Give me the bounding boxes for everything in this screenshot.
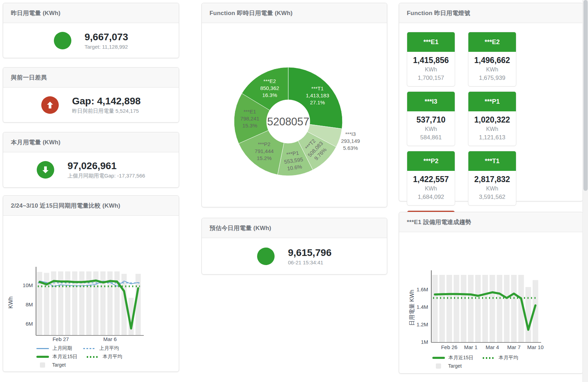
svg-text:6M: 6M	[26, 321, 33, 327]
legend-row: 本月近15日本月平均	[36, 354, 125, 360]
svg-text:1.4M: 1.4M	[417, 304, 428, 310]
arrow-up-circle-icon	[41, 96, 59, 114]
legend-row: Target	[36, 362, 125, 368]
legend-row: 本月近15日本月平均	[432, 355, 520, 361]
stat-subtext: 06-21 15:34:41	[288, 259, 332, 265]
legend-item[interactable]: 本月近15日	[36, 354, 78, 360]
legend-swatch-icon	[36, 348, 49, 349]
status-circle-icon	[257, 248, 275, 265]
legend-item[interactable]: 本月平均	[483, 355, 520, 361]
legend-swatch-icon	[432, 357, 445, 359]
legend-item[interactable]: Target	[36, 362, 74, 368]
svg-text:***P2: ***P2	[258, 141, 270, 147]
tile-value: 1,415,856	[407, 56, 455, 65]
device-tile[interactable]: ***E11,415,856KWh1,700,157	[407, 32, 455, 86]
tile-target-value: 1,675,939	[468, 75, 516, 82]
e1-trend-chart-card: ***E1 設備用電達成趨勢 1.6M1.4M1.2M1MFeb 26Mar 1…	[399, 212, 583, 374]
stat-value: 97,026,961	[68, 160, 145, 172]
trend-chart-legend: 本月近15日本月平均Target	[432, 355, 520, 369]
card-title: 與前一日差異	[11, 74, 47, 82]
card-title: 昨日用電量 (KWh)	[11, 9, 61, 17]
svg-text:Mar 7: Mar 7	[507, 344, 520, 350]
legend-label: 本月平均	[103, 354, 122, 360]
legend-swatch-icon	[436, 363, 441, 369]
svg-text:Feb 26: Feb 26	[441, 344, 458, 350]
svg-text:1,413,183: 1,413,183	[306, 92, 329, 98]
stat-subtext: 上個月同期用電Gap: -17,377,566	[68, 173, 145, 179]
status-circle-icon	[54, 32, 71, 49]
page-scrollbar[interactable]	[582, 0, 588, 382]
estimate-today-card: 預估今日用電量 (KWh) 9,615,796 06-21 15:34:41	[201, 218, 387, 275]
svg-text:日用電量 KWh: 日用電量 KWh	[409, 290, 415, 326]
scrollbar-thumb[interactable]	[583, 0, 588, 191]
stat-value: Gap: 4,142,898	[72, 96, 141, 107]
card-header: 2/24~3/10 近15日同期用電量比較 (KWh)	[3, 196, 179, 216]
card-title: 本月用電量 (KWh)	[11, 138, 61, 146]
device-tile[interactable]: ***P21,422,557KWh1,684,092	[407, 151, 455, 206]
card-header: 昨日用電量 (KWh)	[3, 3, 179, 23]
tile-unit: KWh	[407, 186, 455, 192]
legend-swatch-icon	[40, 362, 45, 368]
card-header: 預估今日用電量 (KWh)	[202, 218, 387, 238]
legend-item[interactable]: 上月同期	[36, 345, 74, 352]
arrow-up-icon	[45, 100, 55, 110]
svg-text:15.2%: 15.2%	[257, 155, 272, 161]
legend-item[interactable]: 本月平均	[87, 354, 125, 360]
legend-swatch-icon	[36, 356, 49, 358]
tile-unit: KWh	[468, 186, 516, 192]
card-title: Function 即時日用電量 (KWh)	[210, 9, 292, 17]
tile-status-header: ***E2	[468, 32, 516, 52]
month-usage-card: 本月用電量 (KWh) 97,026,961 上個月同期用電Gap: -17,3…	[3, 132, 179, 188]
gap-prev-day-card: 與前一日差異 Gap: 4,142,898 昨日與前日用電量 5,524,175	[3, 67, 179, 123]
tile-status-header: ***P2	[407, 151, 455, 171]
legend-row: Target	[432, 363, 520, 369]
card-title: 預估今日用電量 (KWh)	[210, 224, 271, 232]
yesterday-lights-card: Function 昨日用電燈號 ***E11,415,856KWh1,700,1…	[399, 3, 583, 201]
legend-swatch-icon	[83, 348, 96, 349]
svg-text:8M: 8M	[26, 301, 33, 307]
tile-status-header: ***E1	[407, 32, 455, 52]
device-tile[interactable]: ***I3537,710KWh584,861	[407, 91, 455, 146]
svg-text:1.2M: 1.2M	[417, 321, 428, 327]
arrow-down-circle-icon	[37, 161, 54, 179]
svg-text:5.63%: 5.63%	[343, 145, 358, 151]
device-tile[interactable]: ***E21,496,662KWh1,675,939	[468, 32, 516, 86]
legend-item[interactable]: 本月近15日	[432, 355, 474, 361]
card-title: Function 昨日用電燈號	[407, 9, 470, 17]
tile-value: 1,422,557	[407, 175, 455, 184]
svg-text:791,444: 791,444	[255, 148, 274, 154]
tile-unit: KWh	[407, 67, 455, 73]
legend-item[interactable]: Target	[432, 363, 470, 369]
stat-value: 9,667,073	[85, 32, 128, 43]
legend-label: 上月同期	[52, 345, 72, 352]
svg-text:798,241: 798,241	[240, 116, 259, 121]
svg-text:1M: 1M	[421, 339, 428, 345]
stat-subtext: Target: 11,128,992	[85, 44, 128, 50]
legend-label: 上月平均	[99, 345, 119, 352]
device-tile[interactable]: ***P11,020,322KWh1,121,613	[468, 91, 516, 146]
stat-subtext: 昨日與前日用電量 5,524,175	[72, 108, 141, 114]
svg-text:Feb 27: Feb 27	[52, 336, 69, 342]
legend-item[interactable]: 上月平均	[83, 345, 121, 352]
device-tile[interactable]: ***T12,817,832KWh3,591,562	[468, 151, 516, 206]
card-header: Function 即時日用電量 (KWh)	[202, 3, 387, 23]
svg-text:5208057: 5208057	[267, 116, 310, 128]
tile-target-value: 1,684,092	[407, 194, 455, 201]
tile-value: 2,817,832	[468, 175, 516, 184]
legend-row: 上月同期上月平均	[36, 345, 125, 352]
svg-text:850,362: 850,362	[260, 85, 279, 91]
realtime-usage-donut-card: Function 即時日用電量 (KWh) ***T11,413,18327.1…	[201, 3, 387, 207]
arrow-down-icon	[41, 165, 50, 174]
svg-text:Mar 10: Mar 10	[527, 344, 544, 350]
tile-value: 1,496,662	[468, 56, 516, 65]
legend-swatch-icon	[87, 356, 99, 358]
tile-target-value: 584,861	[407, 134, 455, 141]
svg-text:Mar 6: Mar 6	[103, 336, 116, 342]
card-header: ***E1 設備用電達成趨勢	[399, 212, 583, 232]
svg-text:***E2: ***E2	[263, 78, 276, 84]
tile-value: 1,020,322	[468, 115, 516, 125]
tile-target-value: 1,121,613	[468, 134, 516, 141]
realtime-usage-donut-chart[interactable]: ***T11,413,18327.1%***I3293,1495.63%***T…	[202, 23, 387, 207]
e1-trend-line-chart[interactable]: 1.6M1.4M1.2M1MFeb 26Mar 1Mar 4Mar 7Mar 1…	[399, 232, 583, 373]
legend-label: 本月近15日	[52, 354, 78, 360]
